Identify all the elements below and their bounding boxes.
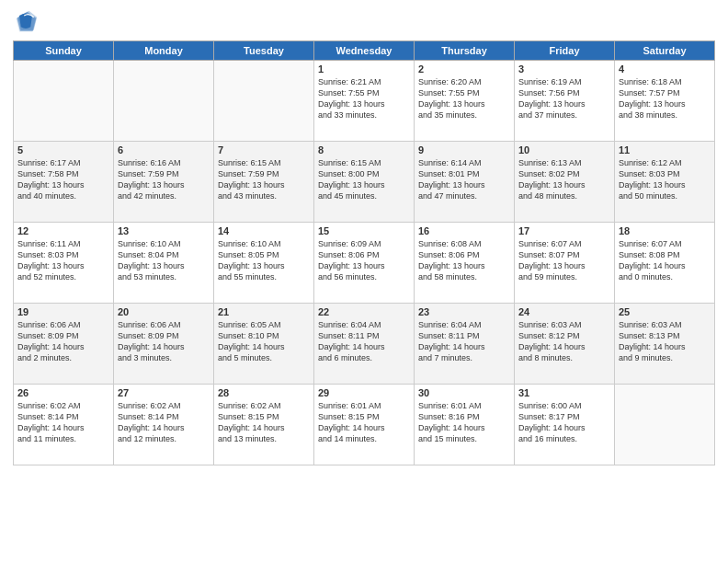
- day-number: 12: [17, 225, 109, 236]
- day-number: 29: [318, 387, 410, 398]
- calendar-cell: 30Sunrise: 6:01 AM Sunset: 8:16 PM Dayli…: [415, 385, 515, 465]
- weekday-header-tuesday: Tuesday: [214, 41, 314, 61]
- day-number: 31: [518, 387, 610, 398]
- calendar-cell: 3Sunrise: 6:19 AM Sunset: 7:56 PM Daylig…: [515, 61, 615, 142]
- week-row-5: 26Sunrise: 6:02 AM Sunset: 8:14 PM Dayli…: [14, 385, 715, 465]
- calendar-cell: 5Sunrise: 6:17 AM Sunset: 7:58 PM Daylig…: [14, 142, 114, 223]
- calendar-cell: 22Sunrise: 6:04 AM Sunset: 8:11 PM Dayli…: [314, 304, 415, 385]
- cell-content: Sunrise: 6:04 AM Sunset: 8:11 PM Dayligh…: [318, 319, 410, 364]
- calendar-cell: [14, 61, 114, 142]
- cell-content: Sunrise: 6:00 AM Sunset: 8:17 PM Dayligh…: [518, 400, 610, 445]
- calendar-cell: 23Sunrise: 6:04 AM Sunset: 8:11 PM Dayli…: [415, 304, 515, 385]
- day-number: 20: [118, 306, 210, 317]
- weekday-header-friday: Friday: [515, 41, 615, 61]
- calendar-cell: 25Sunrise: 6:03 AM Sunset: 8:13 PM Dayli…: [615, 304, 715, 385]
- day-number: 15: [318, 225, 410, 236]
- weekday-header-monday: Monday: [114, 41, 214, 61]
- week-row-2: 5Sunrise: 6:17 AM Sunset: 7:58 PM Daylig…: [14, 142, 715, 223]
- calendar-cell: [214, 61, 314, 142]
- calendar-cell: 14Sunrise: 6:10 AM Sunset: 8:05 PM Dayli…: [214, 223, 314, 304]
- cell-content: Sunrise: 6:02 AM Sunset: 8:14 PM Dayligh…: [118, 400, 210, 445]
- cell-content: Sunrise: 6:13 AM Sunset: 8:02 PM Dayligh…: [518, 157, 610, 202]
- calendar-cell: 31Sunrise: 6:00 AM Sunset: 8:17 PM Dayli…: [515, 385, 615, 465]
- cell-content: Sunrise: 6:10 AM Sunset: 8:05 PM Dayligh…: [218, 238, 310, 283]
- cell-content: Sunrise: 6:08 AM Sunset: 8:06 PM Dayligh…: [418, 238, 510, 283]
- day-number: 8: [318, 144, 410, 155]
- cell-content: Sunrise: 6:11 AM Sunset: 8:03 PM Dayligh…: [17, 238, 109, 283]
- calendar-cell: 18Sunrise: 6:07 AM Sunset: 8:08 PM Dayli…: [615, 223, 715, 304]
- week-row-1: 1Sunrise: 6:21 AM Sunset: 7:55 PM Daylig…: [14, 61, 715, 142]
- cell-content: Sunrise: 6:15 AM Sunset: 7:59 PM Dayligh…: [218, 157, 310, 202]
- cell-content: Sunrise: 6:15 AM Sunset: 8:00 PM Dayligh…: [318, 157, 410, 202]
- calendar: SundayMondayTuesdayWednesdayThursdayFrid…: [13, 40, 715, 465]
- weekday-header-wednesday: Wednesday: [314, 41, 415, 61]
- day-number: 5: [17, 144, 109, 155]
- cell-content: Sunrise: 6:03 AM Sunset: 8:12 PM Dayligh…: [518, 319, 610, 364]
- day-number: 23: [418, 306, 510, 317]
- day-number: 17: [518, 225, 610, 236]
- calendar-cell: 10Sunrise: 6:13 AM Sunset: 8:02 PM Dayli…: [515, 142, 615, 223]
- page: SundayMondayTuesdayWednesdayThursdayFrid…: [0, 0, 728, 563]
- logo-icon: [13, 9, 39, 35]
- cell-content: Sunrise: 6:01 AM Sunset: 8:15 PM Dayligh…: [318, 400, 410, 445]
- week-row-3: 12Sunrise: 6:11 AM Sunset: 8:03 PM Dayli…: [14, 223, 715, 304]
- day-number: 28: [218, 387, 310, 398]
- cell-content: Sunrise: 6:19 AM Sunset: 7:56 PM Dayligh…: [518, 76, 610, 121]
- calendar-cell: 24Sunrise: 6:03 AM Sunset: 8:12 PM Dayli…: [515, 304, 615, 385]
- cell-content: Sunrise: 6:16 AM Sunset: 7:59 PM Dayligh…: [118, 157, 210, 202]
- day-number: 22: [318, 306, 410, 317]
- cell-content: Sunrise: 6:10 AM Sunset: 8:04 PM Dayligh…: [118, 238, 210, 283]
- calendar-cell: 27Sunrise: 6:02 AM Sunset: 8:14 PM Dayli…: [114, 385, 214, 465]
- weekday-header-sunday: Sunday: [14, 41, 114, 61]
- calendar-cell: 6Sunrise: 6:16 AM Sunset: 7:59 PM Daylig…: [114, 142, 214, 223]
- weekday-header-row: SundayMondayTuesdayWednesdayThursdayFrid…: [14, 41, 715, 61]
- day-number: 24: [518, 306, 610, 317]
- calendar-cell: 2Sunrise: 6:20 AM Sunset: 7:55 PM Daylig…: [415, 61, 515, 142]
- day-number: 25: [619, 306, 711, 317]
- cell-content: Sunrise: 6:21 AM Sunset: 7:55 PM Dayligh…: [318, 76, 410, 121]
- calendar-cell: [615, 385, 715, 465]
- day-number: 18: [619, 225, 711, 236]
- calendar-cell: 12Sunrise: 6:11 AM Sunset: 8:03 PM Dayli…: [14, 223, 114, 304]
- weekday-header-saturday: Saturday: [615, 41, 715, 61]
- day-number: 4: [619, 63, 711, 75]
- calendar-cell: 17Sunrise: 6:07 AM Sunset: 8:07 PM Dayli…: [515, 223, 615, 304]
- day-number: 1: [318, 63, 410, 75]
- calendar-cell: 15Sunrise: 6:09 AM Sunset: 8:06 PM Dayli…: [314, 223, 415, 304]
- cell-content: Sunrise: 6:01 AM Sunset: 8:16 PM Dayligh…: [418, 400, 510, 445]
- calendar-cell: 13Sunrise: 6:10 AM Sunset: 8:04 PM Dayli…: [114, 223, 214, 304]
- calendar-cell: 29Sunrise: 6:01 AM Sunset: 8:15 PM Dayli…: [314, 385, 415, 465]
- day-number: 16: [418, 225, 510, 236]
- day-number: 11: [619, 144, 711, 155]
- calendar-cell: 1Sunrise: 6:21 AM Sunset: 7:55 PM Daylig…: [314, 61, 415, 142]
- cell-content: Sunrise: 6:12 AM Sunset: 8:03 PM Dayligh…: [619, 157, 711, 202]
- calendar-cell: 8Sunrise: 6:15 AM Sunset: 8:00 PM Daylig…: [314, 142, 415, 223]
- cell-content: Sunrise: 6:07 AM Sunset: 8:08 PM Dayligh…: [619, 238, 711, 283]
- calendar-cell: 26Sunrise: 6:02 AM Sunset: 8:14 PM Dayli…: [14, 385, 114, 465]
- calendar-cell: 16Sunrise: 6:08 AM Sunset: 8:06 PM Dayli…: [415, 223, 515, 304]
- cell-content: Sunrise: 6:14 AM Sunset: 8:01 PM Dayligh…: [418, 157, 510, 202]
- header: [13, 9, 715, 35]
- cell-content: Sunrise: 6:04 AM Sunset: 8:11 PM Dayligh…: [418, 319, 510, 364]
- cell-content: Sunrise: 6:18 AM Sunset: 7:57 PM Dayligh…: [619, 76, 711, 121]
- cell-content: Sunrise: 6:06 AM Sunset: 8:09 PM Dayligh…: [17, 319, 109, 364]
- calendar-cell: 20Sunrise: 6:06 AM Sunset: 8:09 PM Dayli…: [114, 304, 214, 385]
- cell-content: Sunrise: 6:05 AM Sunset: 8:10 PM Dayligh…: [218, 319, 310, 364]
- week-row-4: 19Sunrise: 6:06 AM Sunset: 8:09 PM Dayli…: [14, 304, 715, 385]
- calendar-cell: 21Sunrise: 6:05 AM Sunset: 8:10 PM Dayli…: [214, 304, 314, 385]
- day-number: 27: [118, 387, 210, 398]
- cell-content: Sunrise: 6:17 AM Sunset: 7:58 PM Dayligh…: [17, 157, 109, 202]
- calendar-cell: 11Sunrise: 6:12 AM Sunset: 8:03 PM Dayli…: [615, 142, 715, 223]
- day-number: 9: [418, 144, 510, 155]
- day-number: 13: [118, 225, 210, 236]
- cell-content: Sunrise: 6:03 AM Sunset: 8:13 PM Dayligh…: [619, 319, 711, 364]
- day-number: 2: [418, 63, 510, 75]
- day-number: 3: [518, 63, 610, 75]
- day-number: 6: [118, 144, 210, 155]
- day-number: 21: [218, 306, 310, 317]
- day-number: 14: [218, 225, 310, 236]
- day-number: 30: [418, 387, 510, 398]
- calendar-cell: 4Sunrise: 6:18 AM Sunset: 7:57 PM Daylig…: [615, 61, 715, 142]
- calendar-cell: 19Sunrise: 6:06 AM Sunset: 8:09 PM Dayli…: [14, 304, 114, 385]
- calendar-cell: 7Sunrise: 6:15 AM Sunset: 7:59 PM Daylig…: [214, 142, 314, 223]
